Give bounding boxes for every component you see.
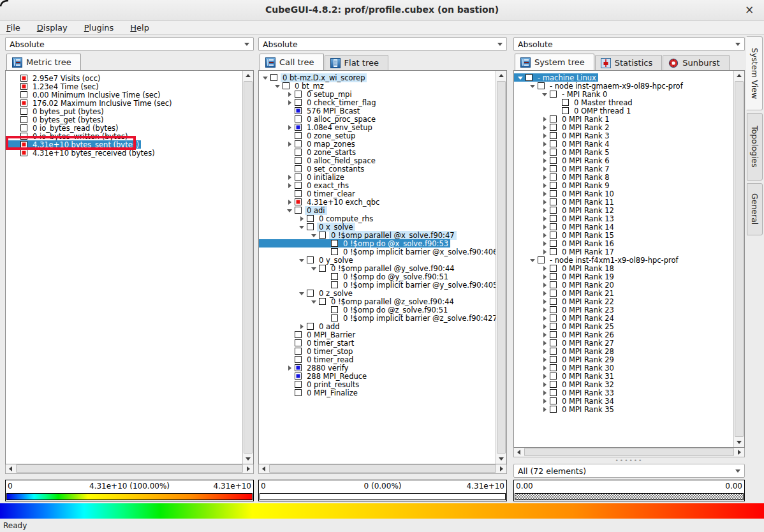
scroll-down-icon[interactable] xyxy=(496,454,506,464)
scroll-right-icon[interactable] xyxy=(735,447,744,457)
metric-horizontal-scrollbar[interactable] xyxy=(5,464,254,474)
expander-icon[interactable] xyxy=(286,98,295,107)
expander-icon[interactable] xyxy=(541,380,550,388)
tree-row[interactable]: 0 map_zones xyxy=(259,138,496,147)
tree-row[interactable]: 0 MPI Rank 3 xyxy=(514,130,733,138)
tree-row[interactable]: 0 MPI Rank 5 xyxy=(514,147,733,155)
splitter-handle[interactable]: •••••• xyxy=(513,458,745,463)
metric-vertical-scrollbar[interactable] xyxy=(242,71,253,464)
scrollbar-thumb[interactable] xyxy=(244,81,253,454)
tree-row[interactable]: 0 MPI Rank 11 xyxy=(514,196,733,205)
tree-row[interactable]: 0 MPI Rank 9 xyxy=(514,180,733,188)
expander-icon[interactable] xyxy=(286,198,295,206)
scrollbar-thumb[interactable] xyxy=(269,464,496,473)
expander-icon[interactable] xyxy=(541,289,550,297)
tree-row[interactable]: 0 MPI Rank 31 xyxy=(514,371,733,379)
tree-row[interactable]: 0 initialize xyxy=(259,172,496,180)
scroll-right-icon[interactable] xyxy=(244,464,253,473)
tree-row[interactable]: 0 print_results xyxy=(259,379,496,387)
expander-icon[interactable] xyxy=(286,206,295,214)
side-tab-system-view[interactable]: System View xyxy=(746,36,763,110)
scrollbar-track[interactable] xyxy=(496,80,506,454)
scrollbar-track[interactable] xyxy=(524,447,735,457)
tab-call-tree[interactable]: Call tree xyxy=(260,54,324,70)
expander-icon[interactable] xyxy=(541,355,550,364)
expander-icon[interactable] xyxy=(541,330,550,339)
tree-row[interactable]: 0 MPI Rank 15 xyxy=(514,230,733,238)
scrollbar-thumb[interactable] xyxy=(524,448,734,456)
expander-icon[interactable] xyxy=(274,82,283,90)
metric-mode-select[interactable]: Absolute xyxy=(5,37,254,51)
tree-row[interactable]: 0 timer_stop xyxy=(259,346,496,354)
call-horizontal-scrollbar[interactable] xyxy=(258,464,507,474)
expander-icon[interactable] xyxy=(541,181,550,189)
call-vertical-scrollbar[interactable] xyxy=(496,71,506,464)
expander-icon[interactable] xyxy=(541,140,550,148)
call-mode-select[interactable]: Absolute xyxy=(258,37,507,51)
tree-row[interactable]: 0 MPI Rank 14 xyxy=(514,221,733,230)
menu-display[interactable]: Display xyxy=(37,23,68,33)
scrollbar-thumb[interactable] xyxy=(735,81,744,437)
tree-row[interactable]: 0 MPI Rank 26 xyxy=(514,329,733,337)
tab-system-tree[interactable]: System tree xyxy=(515,54,594,70)
scrollbar-thumb[interactable] xyxy=(497,81,506,454)
tree-row[interactable]: 0 OMP thread 1 xyxy=(514,105,733,114)
tree-row[interactable]: 0 MPI Rank 22 xyxy=(514,296,733,304)
tree-row[interactable]: 4.31e+10 exch_qbc xyxy=(259,196,496,205)
tree-row[interactable]: 0 MPI Rank 30 xyxy=(514,362,733,371)
tree-row[interactable]: 0 check_timer_flag xyxy=(259,97,496,105)
tree-row[interactable]: 0 MPI Rank 10 xyxy=(514,188,733,196)
tree-row[interactable]: 0 MPI Rank 4 xyxy=(514,138,733,147)
tree-row[interactable]: 0 MPI Rank 32 xyxy=(514,379,733,387)
expander-icon[interactable] xyxy=(541,364,550,372)
expander-icon[interactable] xyxy=(298,223,307,231)
expander-icon[interactable] xyxy=(529,82,538,90)
tree-row[interactable]: 2880 verify xyxy=(259,362,496,371)
tree-row[interactable]: 0 !$omp parallel @z_solve.f90:44 xyxy=(259,296,496,304)
scrollbar-track[interactable] xyxy=(268,464,497,473)
expander-icon[interactable] xyxy=(541,173,550,181)
expander-icon[interactable] xyxy=(286,364,295,372)
tree-row[interactable]: 0 MPI Rank 35 xyxy=(514,404,733,412)
tree-row[interactable]: 0 MPI Rank 27 xyxy=(514,337,733,346)
tree-row[interactable]: 0 MPI Rank 2 xyxy=(514,122,733,130)
expander-icon[interactable] xyxy=(310,231,319,239)
menu-help[interactable]: Help xyxy=(130,23,149,33)
expander-icon[interactable] xyxy=(286,173,295,181)
system-filter-select[interactable]: All (72 elements) xyxy=(513,464,745,478)
tree-row[interactable]: - machine Linux xyxy=(514,72,733,80)
tab-flat-tree[interactable]: Flat tree xyxy=(325,55,388,70)
tree-row[interactable]: 0 alloc_field_space xyxy=(259,155,496,163)
tree-row[interactable]: 0 MPI Rank 6 xyxy=(514,155,733,163)
tree-row[interactable]: 0 zone_starts xyxy=(259,147,496,155)
menu-plugins[interactable]: Plugins xyxy=(84,23,114,33)
expander-icon[interactable] xyxy=(298,256,307,264)
tree-row[interactable]: 0 timer_clear xyxy=(259,188,496,196)
expander-icon[interactable] xyxy=(541,189,550,198)
tree-row[interactable]: 288 MPI_Reduce xyxy=(259,371,496,379)
expander-icon[interactable] xyxy=(541,206,550,214)
menu-file[interactable]: File xyxy=(6,23,20,33)
tree-row[interactable]: 0 MPI Rank 20 xyxy=(514,279,733,288)
expander-icon[interactable] xyxy=(310,297,319,306)
expander-icon[interactable] xyxy=(541,115,550,123)
tree-row[interactable]: 1.23e4 Time (sec) xyxy=(6,80,242,89)
side-tab-general[interactable]: General xyxy=(747,183,763,235)
scroll-left-icon[interactable] xyxy=(514,447,524,457)
side-tab-topologies[interactable]: Topologies xyxy=(747,113,763,181)
expander-icon[interactable] xyxy=(286,181,295,189)
tree-row[interactable]: 0 MPI Rank 17 xyxy=(514,246,733,255)
tree-row[interactable]: 0 x_solve xyxy=(259,221,496,230)
expander-icon[interactable] xyxy=(541,405,550,413)
expander-icon[interactable] xyxy=(261,73,270,82)
expander-icon[interactable] xyxy=(541,90,550,98)
tree-row[interactable]: 0 MPI Rank 19 xyxy=(514,271,733,279)
expander-icon[interactable] xyxy=(541,297,550,306)
expander-icon[interactable] xyxy=(541,131,550,140)
scroll-down-icon[interactable] xyxy=(243,454,253,464)
expander-icon[interactable] xyxy=(541,148,550,156)
expander-icon[interactable] xyxy=(286,90,295,98)
scroll-left-icon[interactable] xyxy=(259,464,268,473)
expander-icon[interactable] xyxy=(310,264,319,272)
tree-row[interactable]: 0 !$omp parallel @x_solve.f90:47 xyxy=(259,230,496,238)
